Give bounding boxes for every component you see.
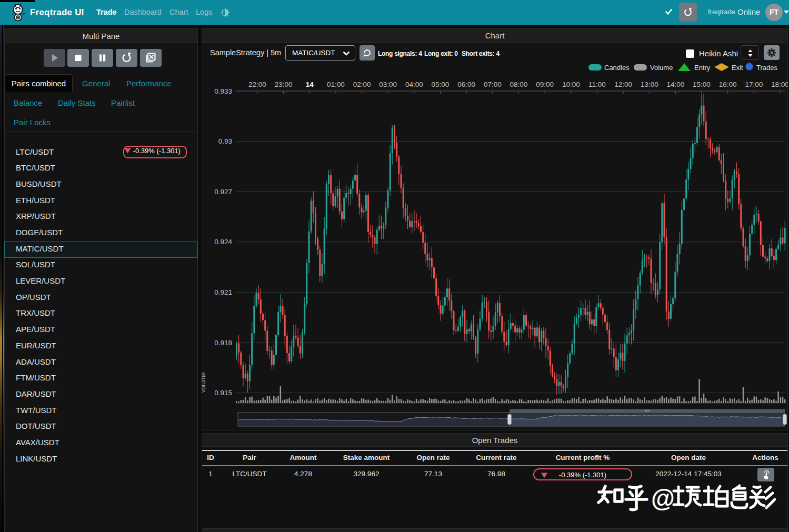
svg-text:11:00: 11:00 — [588, 81, 606, 88]
svg-text:12:00: 12:00 — [614, 81, 632, 88]
svg-text:14:00: 14:00 — [667, 81, 685, 88]
svg-text:08:00: 08:00 — [510, 81, 528, 88]
svg-text:07:00: 07:00 — [484, 81, 502, 88]
svg-text:0.921: 0.921 — [214, 288, 232, 296]
svg-text:10:00: 10:00 — [562, 81, 580, 88]
svg-text:22:00: 22:00 — [248, 81, 266, 88]
svg-text:14: 14 — [306, 81, 314, 88]
svg-text:01:00: 01:00 — [327, 81, 345, 88]
svg-text:06:00: 06:00 — [457, 81, 475, 88]
svg-text:05:00: 05:00 — [432, 81, 450, 88]
svg-text:15:00: 15:00 — [693, 81, 711, 88]
svg-text:0.915: 0.915 — [214, 389, 232, 397]
svg-text:13:00: 13:00 — [641, 81, 658, 88]
svg-text:23:00: 23:00 — [275, 81, 293, 88]
svg-text:0.924: 0.924 — [214, 238, 232, 246]
svg-text:17:00: 17:00 — [745, 81, 763, 88]
svg-text:03:00: 03:00 — [379, 81, 397, 88]
svg-text:0.927: 0.927 — [214, 188, 232, 196]
svg-text:@: @ — [651, 485, 675, 512]
svg-text:0.918: 0.918 — [214, 339, 232, 347]
svg-text:16:00: 16:00 — [719, 81, 737, 88]
svg-text:04:00: 04:00 — [405, 81, 423, 88]
svg-text:0.93: 0.93 — [218, 137, 232, 145]
svg-text:02:00: 02:00 — [353, 81, 371, 88]
svg-text:18:00: 18:00 — [771, 81, 788, 88]
svg-text:0.933: 0.933 — [214, 87, 232, 95]
svg-text:09:00: 09:00 — [536, 81, 554, 88]
svg-text:volume: volume — [202, 372, 207, 393]
